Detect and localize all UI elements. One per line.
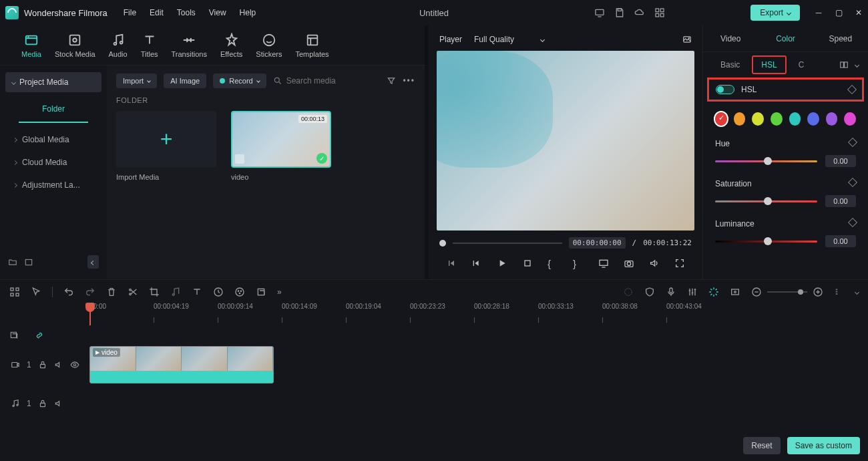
lum-keyframe-icon[interactable]	[848, 218, 857, 227]
apps-tl-icon[interactable]	[9, 287, 20, 297]
redo-icon[interactable]	[85, 287, 95, 297]
color-tl-icon[interactable]	[234, 287, 245, 297]
maximize-button[interactable]: ▢	[835, 9, 843, 17]
swatch-purple[interactable]	[826, 112, 838, 126]
tab-audio[interactable]: Audio	[109, 33, 128, 58]
tab-media[interactable]: Media	[21, 33, 41, 58]
split-icon[interactable]	[128, 287, 138, 297]
tab-color[interactable]: Color	[758, 25, 813, 51]
track-layers-icon[interactable]	[9, 331, 19, 340]
ai-image-button[interactable]: AI Image	[164, 73, 206, 88]
zoom-control[interactable]	[751, 287, 823, 297]
zoom-out-icon[interactable]	[751, 287, 762, 297]
link-icon[interactable]	[35, 331, 44, 340]
menu-help[interactable]: Help	[240, 8, 256, 17]
filter-icon[interactable]	[387, 76, 396, 86]
zoom-slider[interactable]	[767, 291, 807, 293]
layer-icon[interactable]	[256, 287, 266, 297]
lock-icon[interactable]	[38, 360, 47, 369]
swatch-orange[interactable]	[734, 112, 746, 126]
mic-icon[interactable]	[666, 287, 676, 297]
saturation-value[interactable]: 0.00	[825, 195, 856, 207]
close-button[interactable]: ✕	[855, 9, 863, 17]
preview-viewport[interactable]	[437, 51, 694, 230]
undo-icon[interactable]	[63, 287, 74, 297]
compare-icon[interactable]	[839, 60, 849, 69]
keyframe-icon[interactable]	[847, 85, 857, 94]
mixer-icon[interactable]	[687, 287, 698, 297]
view-options-chevron[interactable]	[855, 289, 859, 294]
hue-value[interactable]: 0.00	[825, 155, 856, 167]
sidebar-item-cloud[interactable]: Cloud Media	[5, 151, 101, 174]
text-tl-icon[interactable]	[192, 287, 202, 297]
save-icon[interactable]	[614, 7, 625, 18]
more-tl-icon[interactable]: »	[277, 287, 282, 297]
scrub-handle[interactable]	[439, 240, 446, 247]
ai-tl-icon[interactable]	[708, 287, 719, 297]
sat-keyframe-icon[interactable]	[848, 178, 857, 187]
tab-speed[interactable]: Speed	[813, 25, 868, 51]
marker-tl-icon[interactable]	[623, 287, 634, 297]
play-icon[interactable]	[497, 258, 507, 269]
saturation-slider[interactable]	[715, 200, 817, 202]
subtab-basic[interactable]: Basic	[712, 57, 748, 73]
tab-stock-media[interactable]: Stock Media	[55, 33, 95, 58]
menu-tools[interactable]: Tools	[177, 8, 196, 17]
swatch-blue[interactable]	[807, 112, 819, 126]
shield-icon[interactable]	[644, 287, 655, 297]
tab-effects[interactable]: Effects	[220, 33, 242, 58]
prev-icon[interactable]	[446, 258, 457, 269]
swatch-cyan[interactable]	[789, 112, 801, 126]
timeline-clip[interactable]: ▶video	[89, 346, 274, 383]
music-tl-icon[interactable]	[170, 287, 181, 297]
sidebar-item-global[interactable]: Global Media	[5, 128, 101, 151]
delete-icon[interactable]	[106, 287, 117, 297]
volume-icon[interactable]	[649, 258, 660, 269]
swatch-red[interactable]	[715, 112, 727, 126]
speed-tl-icon[interactable]	[213, 287, 224, 297]
export-button[interactable]: Export	[750, 5, 800, 21]
folder-label[interactable]: Folder	[19, 96, 88, 123]
search-input[interactable]	[286, 76, 367, 86]
frame-icon[interactable]	[730, 287, 740, 297]
apps-icon[interactable]	[654, 7, 665, 18]
hue-slider[interactable]	[715, 160, 817, 162]
reset-button[interactable]: Reset	[743, 437, 780, 454]
cloud-icon[interactable]	[634, 7, 645, 18]
quality-select[interactable]: Full Quality	[474, 35, 544, 44]
mute-audio-icon[interactable]	[54, 399, 63, 408]
project-media-button[interactable]: Project Media	[5, 72, 101, 92]
cursor-icon[interactable]	[31, 287, 41, 297]
collapse-sidebar-button[interactable]	[87, 255, 99, 269]
options-icon[interactable]	[855, 62, 859, 67]
step-back-icon[interactable]	[471, 258, 482, 269]
swatch-magenta[interactable]	[844, 112, 856, 126]
save-custom-button[interactable]: Save as custom	[787, 437, 860, 454]
tab-stickers[interactable]: Stickers	[256, 33, 282, 58]
menu-edit[interactable]: Edit	[150, 8, 164, 17]
hsl-toggle[interactable]	[716, 85, 734, 94]
new-bin-icon[interactable]	[24, 257, 33, 267]
mark-out-icon[interactable]: }	[573, 258, 584, 269]
scrub-track[interactable]	[453, 243, 562, 244]
snapshot-icon[interactable]	[682, 35, 692, 44]
more-icon[interactable]: •••	[403, 76, 415, 86]
subtab-hsl[interactable]: HSL	[752, 55, 786, 74]
tab-templates[interactable]: Templates	[295, 33, 329, 58]
minimize-button[interactable]: ─	[815, 9, 823, 17]
import-button[interactable]: Import	[116, 73, 157, 88]
sidebar-item-adjustment[interactable]: Adjustment La...	[5, 174, 101, 196]
video-track[interactable]: 1 ▶video	[0, 345, 868, 384]
fullscreen-icon[interactable]	[674, 258, 685, 269]
hue-keyframe-icon[interactable]	[848, 138, 857, 147]
search-field[interactable]	[273, 76, 381, 86]
record-button[interactable]: Record	[213, 73, 266, 88]
tab-video[interactable]: Video	[703, 25, 758, 51]
zoom-in-icon[interactable]	[813, 287, 823, 297]
display-icon[interactable]	[598, 258, 609, 269]
visibility-icon[interactable]	[70, 360, 79, 369]
luminance-value[interactable]: 0.00	[825, 235, 856, 247]
timecode-current[interactable]: 00:00:00:00	[569, 237, 626, 249]
timeline-ruler[interactable]: 00:00 00:00:04:19 00:00:09:14 00:00:14:0…	[0, 303, 868, 325]
mute-icon[interactable]	[54, 360, 63, 369]
